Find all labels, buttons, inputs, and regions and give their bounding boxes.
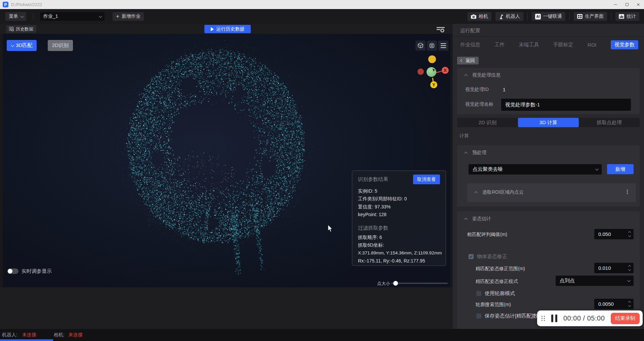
grasp-xyz: X:371.89mm, Y:154.36mm, Z:1109.92mm (358, 249, 440, 257)
checkbox-unchecked-icon[interactable] (476, 291, 481, 296)
axis-y-handle[interactable]: Y (430, 81, 437, 88)
coarse-threshold-value: 0.050 (598, 231, 611, 237)
job-select[interactable]: 作业_1 (40, 12, 105, 21)
preprocess-card: 预处理 点云聚类去噪 新增 选取ROI区域内点云 (457, 145, 640, 206)
camera-status-value: 未连接 (69, 332, 83, 338)
menu-label: 菜单 (9, 13, 18, 19)
cube-icon (417, 43, 424, 49)
tab-job-info[interactable]: 作业信息 (460, 42, 480, 48)
robot-icon (499, 14, 504, 19)
run-history-label: 运行历史数据 (216, 26, 245, 32)
split-view-button[interactable] (427, 41, 437, 51)
chevron-down-icon (11, 44, 14, 47)
fine-range-input[interactable]: 0.010 (594, 263, 634, 273)
add-preprocess-button[interactable]: 新增 (607, 164, 634, 174)
history-data-label: 历史数据 (16, 26, 33, 32)
3d-view-button[interactable] (415, 41, 426, 51)
plus-icon: + (116, 14, 119, 19)
chevron-down-icon (627, 279, 631, 282)
contour-range-input[interactable]: 0.0050 (594, 299, 634, 309)
chevron-up-icon (464, 74, 468, 77)
3d-viewport[interactable]: 3D匹配 2D识别 X Y (3, 34, 450, 287)
menu-button[interactable]: 菜单 (5, 12, 26, 21)
coarse-threshold-input[interactable]: 0.050 (594, 229, 634, 239)
view-options-button[interactable] (436, 27, 445, 34)
pose-correct-checkbox-row[interactable]: 物体姿态修正 (469, 253, 507, 260)
spinner-arrows[interactable] (629, 301, 631, 306)
axis-x-handle[interactable]: X (442, 67, 449, 74)
pause-icon[interactable] (551, 314, 557, 322)
spinner-arrows[interactable] (629, 265, 631, 271)
tab-hand-eye-calib[interactable]: 手眼标定 (553, 42, 573, 48)
tab-3d-match[interactable]: 3D匹配 (7, 40, 37, 51)
contour-mode-checkbox-row[interactable]: 使用轮廓模式 (476, 290, 515, 297)
robot-button[interactable]: 机器人 (495, 12, 523, 21)
vision-name-row: 视觉处理名称 (465, 101, 493, 107)
run-history-button[interactable]: 运行历史数据 (204, 25, 251, 33)
vision-info-card: 视觉处理信息 视觉处理ID 1 视觉处理名称 视觉处理参数-1 (457, 68, 640, 114)
pose-title: 姿态估计 (472, 216, 491, 222)
realtime-tuning-toggle[interactable] (7, 269, 18, 274)
pickwiz-app: P D:/Pickwiz/2222 ✕ 菜单 作业_1 + 新增作业 相机 (0, 0, 644, 341)
preprocess-select[interactable]: 点云聚类去噪 (469, 164, 602, 175)
one-key-connect-button[interactable]: AI 一键联通 (532, 12, 565, 21)
vision-name-label: 视觉处理名称 (465, 101, 493, 107)
kebab-menu-icon[interactable] (627, 189, 628, 195)
bar-chart-icon (619, 14, 624, 19)
statistics-button[interactable]: 统计 (615, 12, 639, 21)
tab-2d-recognition[interactable]: 2D识别 (48, 40, 73, 51)
robot-status-value: 未连接 (22, 332, 36, 338)
robot-status-label: 机器人: (2, 332, 17, 338)
camera-label: 相机 (479, 13, 488, 19)
pose-header[interactable]: 姿态估计 (457, 211, 640, 222)
grasp-rxyz: Rx:-175.11, Ry:-0.46, Rz:177.95 (358, 257, 440, 265)
fine-mode-select[interactable]: 点到点 (556, 276, 634, 286)
result-class-id: 工件类别/局部特征ID: 0 (358, 195, 440, 203)
production-ui-button[interactable]: 生产界面 (574, 12, 607, 21)
point-size-slider[interactable] (391, 283, 448, 284)
tab-roi[interactable]: ROI (588, 42, 597, 48)
realtime-tuning-label: 实时调参显示 (22, 268, 52, 275)
viewport-menu-button[interactable] (438, 41, 448, 51)
statistics-label: 统计 (627, 13, 636, 19)
roi-filter-label: 选取ROI区域内点云 (482, 189, 524, 195)
drag-handle-icon[interactable] (541, 316, 545, 321)
mode-tab-3d[interactable]: 3D 计算 (518, 118, 579, 127)
contour-range-value: 0.0050 (598, 301, 614, 307)
mode-tab-2d[interactable]: 2D 识别 (457, 118, 518, 127)
chevron-down-icon (99, 14, 102, 18)
axis-center-handle[interactable] (427, 67, 436, 77)
vision-id-row: 视觉处理ID 1 (465, 87, 506, 93)
vision-info-header[interactable]: 视觉处理信息 (457, 68, 640, 78)
tab-end-tool[interactable]: 末端工具 (519, 42, 539, 48)
run-config-panel: 运行配置 作业信息 工件 末端工具 手眼标定 ROI 视觉参数 返回 视觉处理信… (453, 24, 644, 329)
roi-filter-item[interactable]: 选取ROI区域内点云 (467, 183, 636, 202)
back-button[interactable]: 返回 (457, 57, 479, 64)
checkbox-checked-icon[interactable] (469, 254, 474, 259)
preprocess-header[interactable]: 预处理 (457, 145, 640, 156)
recording-bar[interactable]: 00:00 / 05:00 结束录制 (537, 310, 643, 326)
tab-vision-params[interactable]: 视觉参数 (611, 40, 638, 49)
fine-range-value: 0.010 (598, 265, 611, 271)
close-button[interactable]: ✕ (633, 0, 644, 9)
mode-tab-grasp[interactable]: 抓取点处理 (579, 118, 640, 127)
camera-button[interactable]: 相机 (468, 12, 491, 21)
cancel-view-button[interactable]: 取消查看 (413, 175, 440, 184)
history-data-button[interactable]: 历史数据 (6, 25, 36, 33)
tab-workpiece[interactable]: 工件 (494, 42, 505, 48)
minimize-button[interactable] (610, 0, 621, 9)
coarse-threshold-label: 粗匹配评判阈值(m) (467, 232, 507, 238)
slider-knob[interactable] (393, 281, 398, 286)
spinner-arrows[interactable] (629, 232, 631, 237)
checkbox-unchecked-icon[interactable] (476, 313, 481, 319)
maximize-button[interactable] (621, 0, 633, 9)
run-config-title: 运行配置 (460, 28, 480, 34)
vision-name-input[interactable]: 视觉处理参数-1 (501, 99, 631, 111)
add-job-button[interactable]: + 新增作业 (113, 12, 144, 21)
window-title: D:/Pickwiz/2222 (11, 2, 42, 7)
save-pose-checkbox-row[interactable]: 保存姿态估计[精匹配]数据 (476, 313, 543, 319)
axis-neg-y-handle[interactable] (428, 55, 436, 63)
axis-gizmo[interactable]: X Y (414, 52, 450, 91)
stop-recording-button[interactable]: 结束录制 (611, 313, 640, 324)
axis-neg-x-handle[interactable] (417, 68, 424, 75)
